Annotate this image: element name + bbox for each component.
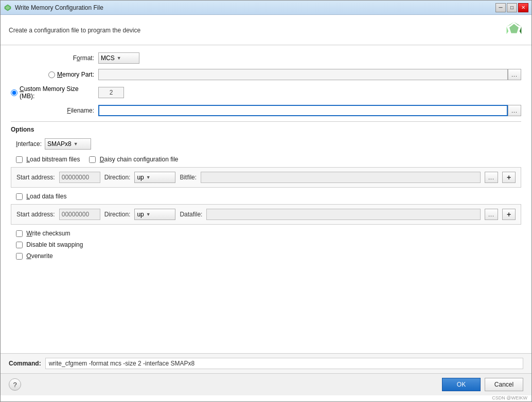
- memory-part-radio[interactable]: [48, 71, 55, 78]
- load-data-label: Load data files: [25, 193, 66, 200]
- format-label-text: rmat:: [80, 54, 94, 62]
- bitstream-direction-label: Direction:: [104, 174, 131, 181]
- minimize-button[interactable]: ─: [495, 3, 506, 12]
- title-bar-left: Write Memory Configuration File: [4, 4, 103, 12]
- datafile-start-address-label: Start address:: [16, 211, 55, 218]
- datafile-direction-label: Direction:: [104, 211, 131, 218]
- command-label: Command:: [9, 360, 41, 367]
- interface-dropdown-arrow: ▼: [74, 141, 78, 147]
- datafile-direction-arrow: ▼: [146, 212, 151, 217]
- interface-label: Interface:: [16, 140, 42, 148]
- daisy-chain-label: Daisy chain configuration file: [98, 156, 178, 163]
- options-section: Options Interface: SMAPx8 ▼ Load bitstre…: [11, 121, 521, 260]
- datafile-direction-value: up: [137, 211, 144, 218]
- footer-row: ? OK Cancel: [1, 373, 531, 395]
- overwrite-row: Overwrite: [11, 252, 521, 260]
- svg-marker-7: [507, 27, 509, 34]
- cancel-button[interactable]: Cancel: [485, 378, 523, 391]
- title-bar: Write Memory Configuration File ─ □ ✕: [1, 1, 531, 15]
- load-data-checkbox[interactable]: [16, 193, 23, 200]
- memory-part-label: Memory Part:: [57, 71, 94, 78]
- overwrite-checkbox[interactable]: [16, 253, 23, 260]
- close-button[interactable]: ✕: [518, 3, 528, 12]
- filename-browse-button[interactable]: ...: [508, 105, 521, 116]
- custom-memory-radio[interactable]: [11, 89, 17, 96]
- custom-memory-input[interactable]: [98, 87, 124, 98]
- custom-memory-label: Custom Memory Size (MB):: [20, 85, 94, 100]
- svg-marker-3: [509, 24, 519, 33]
- header-area: Create a configuration file to program t…: [1, 15, 531, 45]
- content-area: Format: MCS ▼ Memory Part: ... Custom Me…: [1, 45, 531, 353]
- bitfile-add-button[interactable]: +: [502, 172, 516, 183]
- command-row: Command:: [1, 353, 531, 373]
- write-checksum-label: Write checksum: [25, 230, 70, 237]
- datafile-inner-box: Start address: Direction: up ▼ Datafile:…: [11, 204, 521, 225]
- datafile-start-address-input[interactable]: [59, 209, 100, 220]
- bitfile-label: Bitfile:: [180, 174, 197, 181]
- write-checksum-checkbox[interactable]: [16, 230, 23, 237]
- maximize-button[interactable]: □: [507, 3, 517, 12]
- custom-memory-row: Custom Memory Size (MB):: [11, 85, 521, 100]
- format-select[interactable]: MCS ▼: [98, 52, 139, 64]
- xilinx-logo: [505, 21, 523, 40]
- ok-button[interactable]: OK: [442, 378, 481, 391]
- filename-input[interactable]: [98, 105, 508, 116]
- format-value: MCS: [101, 54, 115, 62]
- bitfile-browse-button[interactable]: ...: [485, 172, 498, 183]
- datafile-browse-button[interactable]: ...: [485, 209, 498, 220]
- overwrite-label: Overwrite: [25, 252, 53, 260]
- format-label: Format:: [11, 54, 98, 62]
- datafile-direction-select[interactable]: up ▼: [134, 209, 175, 220]
- bitstream-direction-select[interactable]: up ▼: [134, 172, 175, 183]
- bitfile-input[interactable]: [201, 172, 481, 183]
- disable-bit-swapping-checkbox[interactable]: [16, 242, 23, 248]
- custom-memory-radio-area: Custom Memory Size (MB):: [11, 85, 98, 100]
- svg-marker-6: [520, 27, 522, 34]
- format-dropdown-arrow: ▼: [117, 56, 121, 61]
- command-value-input[interactable]: [45, 358, 523, 369]
- bitstream-inner-box: Start address: Direction: up ▼ Bitfile: …: [11, 167, 521, 188]
- memory-part-radio-area: Memory Part:: [11, 71, 98, 78]
- memory-part-browse-button[interactable]: ...: [508, 69, 521, 80]
- load-bitstream-label: Load bitstream files: [25, 156, 80, 163]
- bitstream-start-address-input[interactable]: [59, 172, 100, 183]
- disable-bit-swapping-row: Disable bit swapping: [11, 241, 521, 248]
- watermark: CSDN @WEIKW: [1, 395, 531, 401]
- load-data-row: Load data files: [11, 193, 521, 200]
- window-title: Write Memory Configuration File: [15, 4, 103, 11]
- filename-label: Filename:: [11, 107, 98, 114]
- write-checksum-row: Write checksum: [11, 230, 521, 237]
- load-bitstream-checkbox[interactable]: [16, 156, 23, 163]
- bitstream-start-address-label: Start address:: [16, 174, 55, 181]
- memory-part-row: Memory Part: ...: [11, 69, 521, 80]
- datafile-label: Datafile:: [180, 211, 202, 218]
- format-row: Format: MCS ▼: [11, 52, 521, 64]
- options-title: Options: [11, 126, 521, 133]
- disable-bit-swapping-label: Disable bit swapping: [25, 241, 83, 248]
- header-subtitle: Create a configuration file to program t…: [9, 27, 140, 34]
- interface-row: Interface: SMAPx8 ▼: [11, 138, 521, 150]
- datafile-input[interactable]: [206, 209, 481, 220]
- bitstream-direction-value: up: [137, 174, 144, 181]
- memory-part-input[interactable]: [98, 69, 508, 80]
- interface-select[interactable]: SMAPx8 ▼: [45, 138, 91, 150]
- interface-value: SMAPx8: [47, 140, 72, 148]
- title-bar-controls: ─ □ ✕: [495, 3, 528, 12]
- footer-buttons: OK Cancel: [442, 378, 523, 391]
- datafile-add-button[interactable]: +: [502, 209, 516, 220]
- daisy-chain-checkbox[interactable]: [89, 156, 96, 163]
- help-button[interactable]: ?: [9, 378, 21, 391]
- filename-row: Filename: ...: [11, 105, 521, 116]
- main-window: Write Memory Configuration File ─ □ ✕ Cr…: [0, 0, 532, 402]
- bitstream-daisy-row: Load bitstream files Daisy chain configu…: [11, 156, 521, 163]
- bitstream-direction-arrow: ▼: [146, 175, 151, 180]
- app-icon: [4, 4, 12, 12]
